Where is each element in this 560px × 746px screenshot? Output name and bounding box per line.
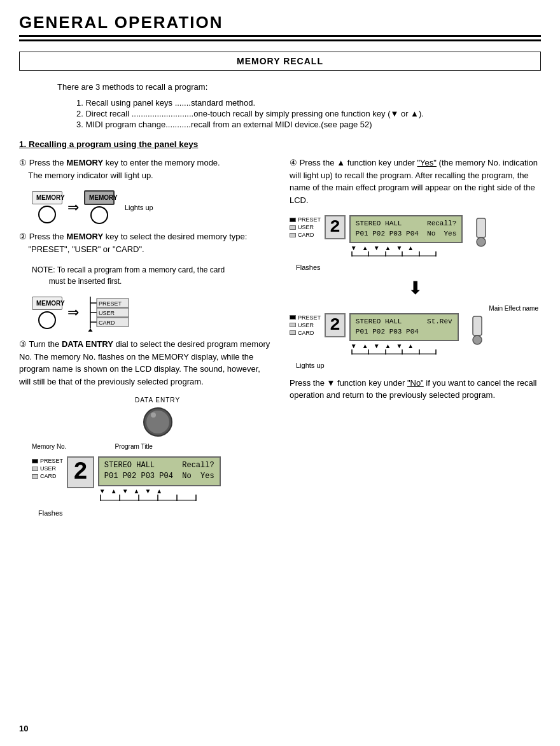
step-num: ②: [19, 232, 29, 241]
right-top-diagram: PRESET USER CARD 2 STEREO HALL Recall?: [290, 215, 541, 271]
down-arrow-icon: ⬇: [290, 278, 541, 299]
right-bottom-line2: P01 P02 P03 P04: [356, 327, 452, 337]
flashes-label: Flashes: [38, 509, 270, 517]
page-number: 10: [19, 724, 28, 733]
right-bottom-lcd-wrap: PRESET USER CARD 2 STEREO HALL St.Rev: [290, 313, 541, 360]
rb-arrow-6: ▲: [407, 342, 414, 349]
step-num: ③: [19, 339, 29, 349]
bottom-lcd-wrap: PRESET USER CARD 2 STEREO HA: [32, 456, 270, 508]
bottom-lcd-screen-wrap: STEREO HALL Recall? P01 P02 P03 P04 No Y…: [98, 456, 221, 508]
rb-card-indicator: CARD: [290, 330, 321, 336]
right-top-number: 2: [325, 215, 346, 239]
right-flashes-label: Flashes: [296, 264, 541, 271]
rt-arrow-6: ▲: [407, 244, 414, 251]
preset-panel-svg: PRESET USER CARD: [84, 293, 135, 332]
step-2: ② Press the MEMORY key to select the des…: [19, 230, 270, 255]
svg-text:CARD: CARD: [99, 320, 115, 326]
lights-up-label-1: Lights up: [125, 204, 153, 211]
arrow-3: ▼: [122, 488, 129, 495]
list-item: 2. Direct recall .......................…: [76, 109, 541, 118]
step2-note: NOTE: To recall a program from a memory …: [32, 264, 270, 287]
arrow-5: ▼: [144, 488, 151, 495]
tick-marks-svg: [98, 495, 219, 506]
rt-arrow-1: ▼: [351, 244, 357, 251]
rt-arrow-3: ▼: [374, 244, 380, 251]
svg-point-29: [477, 237, 486, 246]
right-top-arrows: ▼ ▲ ▼ ▲ ▼ ▲: [349, 244, 463, 251]
rb-user-led: [290, 323, 296, 327]
step-text: Press the ▲ function key under "Yes" (th…: [290, 158, 538, 205]
right-bottom-screen: STEREO HALL St.Rev P01 P02 P03 P04: [349, 313, 459, 341]
step-text: Turn the DATA ENTRY dial to select the d…: [19, 339, 270, 386]
bottom-lcd-arrows: ▼ ▲ ▼ ▲ ▼ ▲: [98, 488, 221, 495]
memory-key-circle-after: [90, 206, 108, 224]
svg-text:USER: USER: [99, 310, 115, 316]
arrow-6: ▲: [156, 488, 162, 495]
bottom-lcd-number: 2: [67, 456, 94, 488]
rt-arrow-4: ▲: [385, 244, 391, 251]
svg-rect-28: [477, 218, 486, 237]
memory-key-label: MEMORY: [32, 191, 62, 204]
step-1: ① Press the MEMORY key to enter the memo…: [19, 157, 270, 181]
memory-key-before: MEMORY: [32, 191, 62, 223]
rb-card-label: CARD: [298, 330, 314, 336]
step-num: ①: [19, 158, 29, 167]
rt-arrow-2: ▲: [362, 244, 368, 251]
main-content: ① Press the MEMORY key to enter the memo…: [19, 157, 541, 521]
bottom-lcd-indicators: PRESET USER CARD: [32, 456, 63, 481]
data-entry-dial-svg: [142, 406, 174, 438]
right-top-line2: P01 P02 P03 P04 No Yes: [356, 229, 456, 239]
rb-arrow-3: ▼: [374, 342, 380, 349]
right-top-lcd-wrap: PRESET USER CARD 2 STEREO HALL Recall?: [290, 215, 541, 262]
svg-marker-10: [87, 328, 94, 332]
right-column: ④ Press the ▲ function key under "Yes" (…: [290, 157, 541, 521]
card-label: CARD: [40, 473, 57, 479]
step-4: ④ Press the ▲ function key under "Yes" (…: [290, 157, 541, 206]
right-top-line1: STEREO HALL Recall?: [356, 219, 456, 229]
intro-lead: There are 3 methods to recall a program:: [57, 82, 541, 92]
memory-key-circle: [38, 206, 56, 223]
memory-circle-s2: [38, 311, 56, 329]
svg-rect-37: [473, 316, 482, 335]
svg-point-38: [473, 335, 482, 344]
arrow-4: ▲: [134, 488, 140, 495]
rt-knob-svg: [469, 215, 489, 247]
rb-user-label: USER: [298, 322, 314, 328]
preset-led: [32, 459, 38, 463]
rb-tick-svg: [349, 349, 458, 358]
main-heading: GENERAL OPERATION: [19, 13, 541, 35]
rb-card-led: [290, 330, 296, 335]
memory-key-s2: MEMORY: [32, 297, 62, 329]
rt-preset-indicator: PRESET: [290, 216, 321, 223]
list-item: 3. MIDI program change...........recall …: [76, 120, 541, 129]
rb-preset-led: [290, 315, 296, 320]
step-num: ④: [290, 158, 300, 167]
svg-point-12: [146, 411, 169, 433]
data-entry-wrap: DATA ENTRY: [45, 397, 270, 438]
step-text: Press the MEMORY key to enter the memory…: [19, 158, 220, 180]
step-text-5: Press the ▼ function key under "No" if y…: [290, 378, 537, 400]
section-title: MEMORY RECALL: [19, 52, 541, 71]
memory-no-label: Memory No.: [32, 443, 66, 450]
bottom-lcd-line1: STEREO HALL Recall?: [104, 460, 214, 471]
rt-preset-label: PRESET: [298, 216, 321, 223]
main-effect-name-label: Main Effect name: [290, 305, 538, 312]
user-led: [32, 467, 38, 471]
rt-preset-led: [290, 218, 296, 222]
rt-card-label: CARD: [298, 232, 314, 238]
rt-card-led: [290, 233, 296, 237]
data-entry-label: DATA ENTRY: [135, 397, 180, 404]
bottom-lcd-diagram: PRESET USER CARD 2 STEREO HA: [32, 456, 270, 517]
rt-user-indicator: USER: [290, 224, 321, 230]
arrow-right-s2: ⇒: [67, 304, 79, 321]
page-title: GENERAL OPERATION: [19, 13, 541, 41]
user-indicator: USER: [32, 465, 63, 472]
right-bottom-diagram: Main Effect name PRESET USER CARD: [290, 305, 541, 369]
arrow-2: ▲: [111, 488, 117, 495]
arrow-right-icon: ⇒: [67, 199, 79, 216]
bottom-lcd-line2: P01 P02 P03 P04 No Yes: [104, 471, 214, 482]
rt-user-led: [290, 225, 296, 230]
subsection-heading: 1. Recalling a program using the panel k…: [19, 139, 541, 149]
rb-arrow-1: ▼: [351, 342, 357, 349]
memory-key-label-s2: MEMORY: [32, 297, 62, 310]
